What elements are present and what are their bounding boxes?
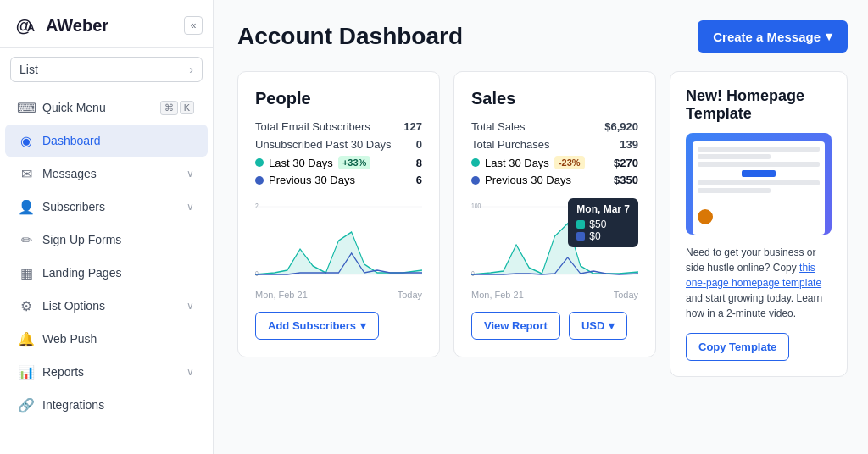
- quick-menu-label: Quick Menu: [42, 101, 106, 114]
- template-card: New! Homepage Template Need to get your …: [670, 71, 848, 377]
- sales-chart-x-end: Today: [614, 290, 638, 300]
- people-stat-row-1: Unsubscribed Past 30 Days 0: [255, 138, 422, 151]
- people-chart: 2 0: [255, 198, 422, 283]
- list-selector[interactable]: List ›: [10, 57, 203, 82]
- sidebar-item-quick-menu[interactable]: ⌨Quick Menu⌘K: [5, 91, 208, 124]
- preview-bar-2: [698, 154, 771, 159]
- create-message-arrow-icon: ▾: [826, 29, 832, 44]
- usd-label: USD: [581, 319, 604, 332]
- messages-icon: ✉: [19, 166, 34, 181]
- sales-metric-row-0: Last 30 Days -23% $270: [471, 156, 638, 169]
- sidebar-header: @ A AWeber «: [0, 0, 213, 48]
- landing-pages-icon: ▦: [19, 265, 34, 280]
- preview-avatar: [696, 208, 715, 226]
- quick-menu-icon: ⌨: [19, 100, 34, 115]
- sales-card: Sales Total Sales $6,920 Total Purchases…: [453, 71, 656, 357]
- people-metric-row-1: Previous 30 Days 6: [255, 174, 422, 186]
- sales-metric-row-1: Previous 30 Days $350: [471, 174, 638, 186]
- collapse-sidebar-button[interactable]: «: [184, 16, 203, 35]
- sidebar-item-messages[interactable]: ✉Messages∨: [5, 158, 208, 190]
- reports-label: Reports: [42, 365, 84, 379]
- list-options-label: List Options: [42, 299, 105, 313]
- sign-up-forms-icon: ✏: [19, 232, 34, 247]
- sales-chart-x-start: Mon, Feb 21: [471, 290, 524, 300]
- people-chart-x-start: Mon, Feb 21: [255, 290, 308, 300]
- sales-metric-value-0: $270: [614, 157, 638, 169]
- copy-template-button[interactable]: Copy Template: [686, 333, 789, 361]
- sidebar-item-list-options[interactable]: ⚙List Options∨: [5, 290, 208, 322]
- people-card-footer: Add Subscribers ▾: [255, 312, 422, 340]
- usd-arrow-icon: ▾: [609, 319, 615, 332]
- people-card-title: People: [255, 89, 422, 108]
- subscribers-label: Subscribers: [42, 200, 105, 213]
- list-selector-arrow: ›: [189, 63, 193, 76]
- sales-chart: 100 0 Mon, Mar 7 $50 $0: [471, 198, 638, 283]
- view-report-label: View Report: [484, 319, 548, 332]
- people-metric-value-1: 6: [416, 174, 422, 186]
- people-metric-label-1: Previous 30 Days: [269, 174, 355, 186]
- tooltip-value-0: $50: [589, 219, 606, 230]
- list-options-icon: ⚙: [19, 298, 34, 313]
- add-subscribers-button[interactable]: Add Subscribers ▾: [255, 312, 379, 340]
- subscribers-arrow-icon: ∨: [186, 201, 194, 213]
- tooltip-swatch-teal: [576, 220, 585, 229]
- integrations-icon: 🔗: [19, 397, 34, 412]
- sales-metric-badge-0: -23%: [554, 156, 585, 169]
- landing-pages-label: Landing Pages: [42, 266, 121, 280]
- logo-text: AWeber: [46, 16, 108, 36]
- sidebar-item-web-push[interactable]: 🔔Web Push: [5, 323, 208, 355]
- sign-up-forms-label: Sign Up Forms: [42, 233, 121, 246]
- tooltip-entry-0: $50: [576, 219, 630, 230]
- list-options-arrow-icon: ∨: [186, 300, 194, 312]
- people-metric-badge-0: +33%: [338, 156, 370, 169]
- sales-stat-row-1: Total Purchases 139: [471, 138, 638, 151]
- copy-template-label: Copy Template: [698, 340, 776, 353]
- preview-bar-1: [698, 147, 820, 152]
- preview-bar-5: [698, 188, 771, 193]
- web-push-icon: 🔔: [19, 331, 34, 346]
- sales-chart-tooltip: Mon, Mar 7 $50 $0: [568, 198, 638, 247]
- people-stat-label-0: Total Email Subscribers: [255, 120, 370, 133]
- main-header: Account Dashboard Create a Message ▾: [237, 20, 848, 53]
- create-message-button[interactable]: Create a Message ▾: [698, 20, 848, 53]
- sales-card-footer: View Report USD ▾: [471, 312, 638, 340]
- sidebar-item-reports[interactable]: 📊Reports∨: [5, 356, 208, 388]
- tooltip-entry-1: $0: [576, 230, 630, 242]
- svg-text:A: A: [27, 22, 35, 34]
- sales-stat-value-0: $6,920: [604, 120, 638, 133]
- tooltip-value-1: $0: [589, 230, 600, 242]
- tooltip-date: Mon, Mar 7: [576, 203, 630, 215]
- preview-bar-4: [698, 180, 820, 185]
- usd-button[interactable]: USD ▾: [569, 312, 627, 340]
- messages-label: Messages: [42, 167, 97, 180]
- people-stat-label-1: Unsubscribed Past 30 Days: [255, 138, 391, 151]
- page-title: Account Dashboard: [237, 23, 463, 50]
- people-stat-value-1: 0: [416, 138, 422, 151]
- aweber-logo: @ A: [14, 12, 41, 39]
- reports-arrow-icon: ∨: [186, 366, 194, 378]
- people-metric-label-0: Last 30 Days: [269, 157, 333, 169]
- sidebar-item-dashboard[interactable]: ◉Dashboard: [5, 125, 208, 157]
- integrations-label: Integrations: [42, 398, 104, 412]
- create-message-label: Create a Message: [713, 30, 821, 44]
- sidebar-item-landing-pages[interactable]: ▦Landing Pages: [5, 257, 208, 289]
- sales-stat-label-1: Total Purchases: [471, 138, 550, 151]
- people-metric-dot-0: [255, 158, 264, 167]
- template-card-preview: [686, 133, 832, 235]
- sales-metric-dot-0: [471, 158, 480, 167]
- people-metric-row-0: Last 30 Days +33% 8: [255, 156, 422, 169]
- messages-arrow-icon: ∨: [186, 168, 194, 180]
- subscribers-icon: 👤: [19, 199, 34, 214]
- sidebar-item-integrations[interactable]: 🔗Integrations: [5, 389, 208, 421]
- sidebar-item-subscribers[interactable]: 👤Subscribers∨: [5, 191, 208, 223]
- view-report-button[interactable]: View Report: [471, 312, 560, 340]
- sales-metric-label-0: Last 30 Days: [485, 157, 549, 169]
- logo-area: @ A AWeber: [14, 12, 108, 39]
- cards-row: People Total Email Subscribers 127 Unsub…: [237, 71, 848, 377]
- sales-stat-row-0: Total Sales $6,920: [471, 120, 638, 133]
- sidebar-item-sign-up-forms[interactable]: ✏Sign Up Forms: [5, 224, 208, 256]
- template-card-footer: Copy Template: [686, 333, 832, 361]
- list-selector-label: List: [19, 63, 38, 76]
- add-subscribers-arrow-icon: ▾: [360, 319, 366, 332]
- people-card: People Total Email Subscribers 127 Unsub…: [237, 71, 440, 357]
